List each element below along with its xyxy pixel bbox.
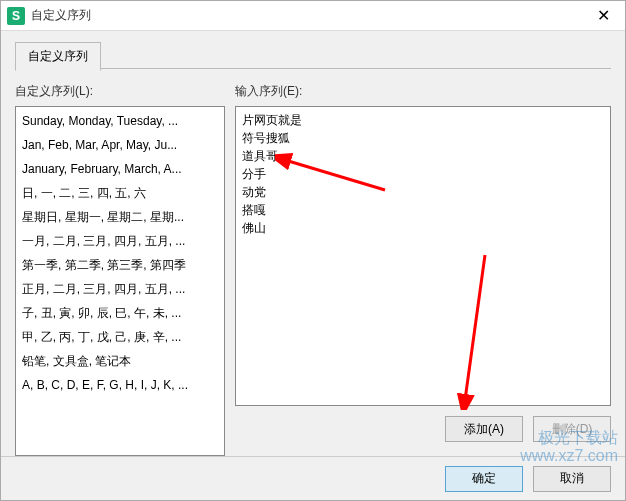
list-item[interactable]: A, B, C, D, E, F, G, H, I, J, K, ... [16, 373, 224, 397]
input-sequence-textarea[interactable]: 片网页就是 符号搜狐 道具哥 分手 动党 搭嘎 佛山 [235, 106, 611, 406]
dialog-footer: 确定 取消 [1, 456, 625, 500]
list-item[interactable]: 第一季, 第二季, 第三季, 第四季 [16, 253, 224, 277]
tab-row: 自定义序列 [15, 41, 611, 69]
list-item[interactable]: January, February, March, A... [16, 157, 224, 181]
sequence-action-row: 添加(A) 删除(D) [235, 416, 611, 442]
left-label: 自定义序列(L): [15, 83, 225, 100]
list-item[interactable]: 星期日, 星期一, 星期二, 星期... [16, 205, 224, 229]
list-item[interactable]: 铅笔, 文具盒, 笔记本 [16, 349, 224, 373]
main-panel: 自定义序列(L): Sunday, Monday, Tuesday, ...Ja… [15, 69, 611, 456]
list-item[interactable]: 甲, 乙, 丙, 丁, 戊, 己, 庚, 辛, ... [16, 325, 224, 349]
titlebar: S 自定义序列 ✕ [1, 1, 625, 31]
cancel-button[interactable]: 取消 [533, 466, 611, 492]
content-area: 自定义序列 自定义序列(L): Sunday, Monday, Tuesday,… [1, 31, 625, 456]
add-button[interactable]: 添加(A) [445, 416, 523, 442]
list-item[interactable]: Jan, Feb, Mar, Apr, May, Ju... [16, 133, 224, 157]
app-icon: S [7, 7, 25, 25]
delete-button: 删除(D) [533, 416, 611, 442]
close-icon: ✕ [597, 6, 610, 25]
left-column: 自定义序列(L): Sunday, Monday, Tuesday, ...Ja… [15, 83, 225, 456]
list-item[interactable]: 正月, 二月, 三月, 四月, 五月, ... [16, 277, 224, 301]
right-column: 输入序列(E): 片网页就是 符号搜狐 道具哥 分手 动党 搭嘎 佛山 添加(A… [235, 83, 611, 456]
list-item[interactable]: Sunday, Monday, Tuesday, ... [16, 109, 224, 133]
tab-custom-sequence[interactable]: 自定义序列 [15, 42, 101, 71]
dialog-window: S 自定义序列 ✕ 自定义序列 自定义序列(L): Sunday, Monday… [0, 0, 626, 501]
list-item[interactable]: 一月, 二月, 三月, 四月, 五月, ... [16, 229, 224, 253]
custom-sequence-listbox[interactable]: Sunday, Monday, Tuesday, ...Jan, Feb, Ma… [15, 106, 225, 456]
right-label: 输入序列(E): [235, 83, 611, 100]
ok-button[interactable]: 确定 [445, 466, 523, 492]
list-item[interactable]: 子, 丑, 寅, 卯, 辰, 巳, 午, 未, ... [16, 301, 224, 325]
list-item[interactable]: 日, 一, 二, 三, 四, 五, 六 [16, 181, 224, 205]
close-button[interactable]: ✕ [581, 1, 625, 31]
window-title: 自定义序列 [31, 7, 581, 24]
